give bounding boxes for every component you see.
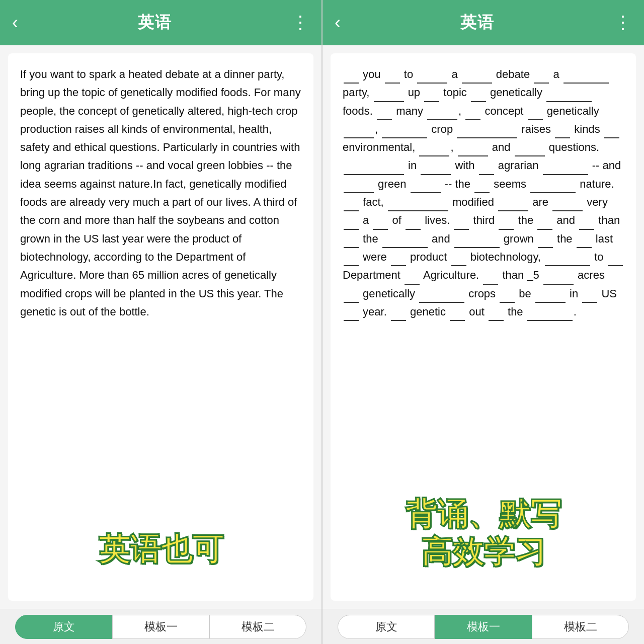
right-watermark-text2: 高效学习 bbox=[406, 533, 561, 571]
left-topbar-title: 英语 bbox=[138, 12, 172, 34]
left-tab-template1[interactable]: 模板一 bbox=[112, 615, 209, 639]
left-tab-template2[interactable]: 模板二 bbox=[209, 615, 306, 639]
left-bottom-bar: 原文 模板一 模板二 bbox=[0, 609, 321, 644]
left-back-icon[interactable]: ‹ bbox=[12, 12, 18, 33]
right-bottom-bar: 原文 模板一 模板二 bbox=[323, 609, 644, 644]
left-topbar: ‹ 英语 ⋮ bbox=[0, 0, 321, 45]
left-content-area: If you want to spark a heated debate at … bbox=[8, 53, 313, 601]
right-tab-template2[interactable]: 模板二 bbox=[532, 615, 629, 639]
left-panel: ‹ 英语 ⋮ If you want to spark a heated deb… bbox=[0, 0, 321, 644]
right-tab-original[interactable]: 原文 bbox=[338, 615, 435, 639]
right-main-text: you to a debate a party, up topic geneti… bbox=[343, 65, 624, 321]
right-tab-template1[interactable]: 模板一 bbox=[435, 615, 532, 639]
left-watermark: 英语也可 bbox=[99, 528, 223, 571]
right-topbar-title: 英语 bbox=[460, 12, 495, 34]
left-main-text: If you want to spark a heated debate at … bbox=[20, 65, 301, 321]
left-tab-original[interactable]: 原文 bbox=[15, 615, 112, 639]
left-menu-icon[interactable]: ⋮ bbox=[291, 12, 309, 33]
left-watermark-text: 英语也可 bbox=[99, 528, 223, 571]
right-watermark-text1: 背诵、默写 bbox=[406, 496, 561, 533]
right-menu-icon[interactable]: ⋮ bbox=[614, 12, 632, 33]
right-back-icon[interactable]: ‹ bbox=[335, 12, 341, 33]
right-watermark: 背诵、默写 高效学习 bbox=[406, 496, 561, 571]
right-panel: ‹ 英语 ⋮ you to a debate a party, up topic… bbox=[321, 0, 644, 644]
right-content-area: you to a debate a party, up topic geneti… bbox=[331, 53, 636, 601]
right-topbar: ‹ 英语 ⋮ bbox=[323, 0, 644, 45]
